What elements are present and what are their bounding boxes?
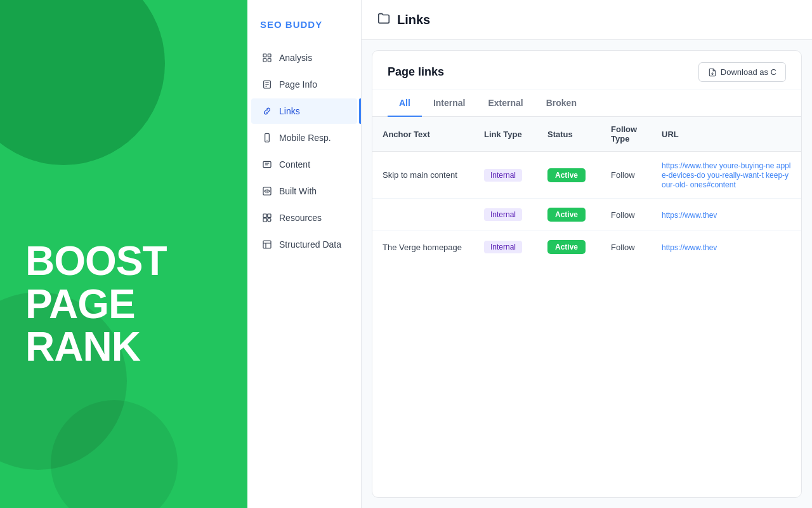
hero-section: BOOSTPAGERANK: [0, 0, 247, 508]
url-link-2[interactable]: https://www.thev: [662, 211, 717, 220]
sidebar-item-resources[interactable]: Resources: [251, 205, 357, 231]
topbar: Links: [362, 0, 812, 40]
sidebar: SEO BUDDY Analysis Page Info Links: [247, 0, 362, 508]
anchor-text-1: Skip to main content: [372, 152, 474, 199]
status-1: Active: [537, 152, 601, 199]
mobile-icon: [261, 132, 273, 144]
download-label: Download as C: [721, 67, 776, 77]
download-icon: [708, 68, 717, 77]
sidebar-item-analysis[interactable]: Analysis: [251, 45, 357, 70]
content-label: Content: [279, 159, 310, 170]
link-type-1: Internal: [474, 152, 537, 199]
url-link-3[interactable]: https://www.thev: [662, 243, 717, 252]
th-status: Status: [537, 117, 601, 152]
app-container: SEO BUDDY Analysis Page Info Links: [247, 0, 812, 508]
active-badge-3: Active: [547, 240, 586, 254]
download-button[interactable]: Download as C: [698, 62, 786, 82]
sidebar-item-content[interactable]: Content: [251, 152, 357, 177]
resources-icon: [261, 212, 273, 224]
links-table-wrap: Anchor Text Link Type Status FollowType …: [372, 117, 801, 497]
analysis-icon: [261, 52, 273, 64]
tab-internal[interactable]: Internal: [422, 90, 477, 117]
internal-badge-2: Internal: [484, 208, 522, 221]
table-row: Skip to main content Internal Active Fol…: [372, 152, 801, 199]
hero-circle-1: [0, 0, 165, 165]
url-3: https://www.thev: [652, 231, 801, 264]
folder-icon: [377, 11, 391, 28]
svg-rect-17: [263, 218, 266, 222]
svg-point-18: [268, 218, 271, 222]
sidebar-item-built-with[interactable]: Built With: [251, 178, 357, 204]
svg-point-9: [266, 140, 267, 140]
built-with-label: Built With: [279, 186, 317, 196]
tab-bar: All Internal External Broken: [372, 90, 801, 117]
table-row: The Verge homepage Internal Active Follo…: [372, 231, 801, 264]
tab-broken[interactable]: Broken: [535, 90, 588, 117]
link-type-3: Internal: [474, 231, 537, 264]
sidebar-item-structured-data[interactable]: Structured Data: [251, 232, 357, 257]
sidebar-item-links[interactable]: Links: [251, 98, 357, 124]
structured-data-label: Structured Data: [279, 239, 341, 250]
th-follow-type: FollowType: [601, 117, 652, 152]
content-icon: [261, 159, 273, 170]
status-2: Active: [537, 199, 601, 231]
tab-all[interactable]: All: [388, 90, 422, 117]
active-badge-1: Active: [547, 168, 586, 182]
status-3: Active: [537, 231, 601, 264]
resources-label: Resources: [279, 213, 322, 223]
sidebar-nav: Analysis Page Info Links Mobile Resp.: [247, 45, 361, 257]
links-label: Links: [279, 106, 300, 116]
links-table: Anchor Text Link Type Status FollowType …: [372, 117, 801, 263]
url-2: https://www.thev: [652, 199, 801, 231]
active-badge-2: Active: [547, 208, 586, 222]
anchor-text-2: [372, 199, 474, 231]
panel-title: Page links: [388, 65, 444, 79]
links-icon: [261, 105, 273, 117]
svg-rect-3: [268, 58, 271, 62]
page-info-label: Page Info: [279, 79, 317, 90]
svg-rect-10: [263, 161, 271, 167]
svg-rect-19: [263, 241, 271, 248]
table-header-row: Anchor Text Link Type Status FollowType …: [372, 117, 801, 152]
follow-type-3: Follow: [601, 231, 652, 264]
link-type-2: Internal: [474, 199, 537, 231]
th-link-type: Link Type: [474, 117, 537, 152]
hero-headline: BOOSTPAGERANK: [25, 240, 167, 368]
page-info-icon: [261, 79, 273, 90]
main-content: Links Page links Download as C All Inter…: [362, 0, 812, 508]
url-1: https://www.thev youre-buying-ne apple-d…: [652, 152, 801, 199]
url-link-1[interactable]: https://www.thev youre-buying-ne apple-d…: [662, 161, 790, 189]
svg-rect-1: [268, 54, 271, 57]
svg-rect-8: [265, 133, 270, 142]
th-url: URL: [652, 117, 801, 152]
sidebar-item-page-info[interactable]: Page Info: [251, 72, 357, 97]
panel-header: Page links Download as C: [372, 51, 801, 90]
structured-data-icon: [261, 239, 273, 250]
svg-rect-16: [268, 214, 271, 217]
sidebar-logo: SEO BUDDY: [247, 13, 361, 45]
mobile-resp-label: Mobile Resp.: [279, 133, 331, 143]
internal-badge-3: Internal: [484, 241, 522, 253]
anchor-text-3: The Verge homepage: [372, 231, 474, 264]
page-links-panel: Page links Download as C All Internal Ex…: [372, 50, 802, 498]
follow-type-2: Follow: [601, 199, 652, 231]
tab-external[interactable]: External: [476, 90, 534, 117]
sidebar-item-mobile-resp[interactable]: Mobile Resp.: [251, 125, 357, 150]
table-row: Internal Active Follow https://www.thev: [372, 199, 801, 231]
built-with-icon: [261, 185, 273, 197]
internal-badge-1: Internal: [484, 169, 522, 182]
th-anchor-text: Anchor Text: [372, 117, 474, 152]
topbar-title: Links: [397, 13, 430, 27]
th-follow-type-label: FollowType: [611, 124, 637, 144]
svg-rect-15: [263, 214, 266, 217]
svg-rect-2: [263, 58, 266, 62]
follow-type-1: Follow: [601, 152, 652, 199]
analysis-label: Analysis: [279, 53, 312, 63]
svg-rect-0: [263, 54, 266, 57]
